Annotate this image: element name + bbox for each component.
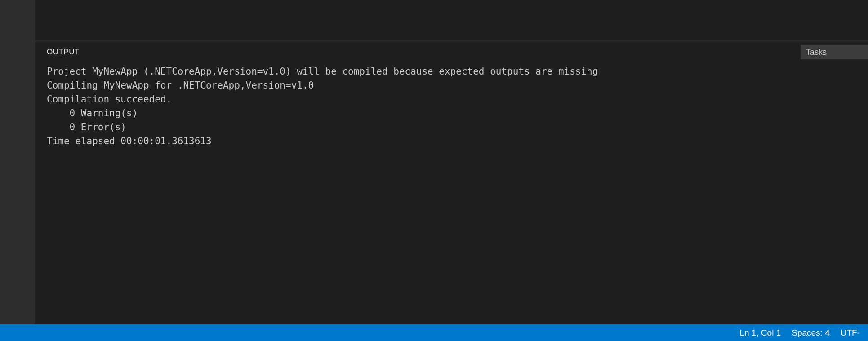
panel-header: OUTPUT Tasks xyxy=(35,41,868,63)
main-area: OUTPUT Tasks Project MyNewApp (.NETCoreA… xyxy=(35,0,868,341)
output-text: Project MyNewApp (.NETCoreApp,Version=v1… xyxy=(47,65,856,148)
panel-content[interactable]: Project MyNewApp (.NETCoreApp,Version=v1… xyxy=(35,63,868,341)
output-panel: OUTPUT Tasks Project MyNewApp (.NETCoreA… xyxy=(35,41,868,341)
status-encoding[interactable]: UTF- xyxy=(835,324,865,341)
app-root: OUTPUT Tasks Project MyNewApp (.NETCoreA… xyxy=(0,0,868,341)
status-bar: Ln 1, Col 1 Spaces: 4 UTF- xyxy=(0,324,868,341)
panel-tab-output[interactable]: OUTPUT xyxy=(47,44,80,60)
editor-area xyxy=(35,0,868,41)
output-channel-selector[interactable]: Tasks xyxy=(801,45,868,59)
status-indentation[interactable]: Spaces: 4 xyxy=(786,324,835,341)
activity-bar xyxy=(0,0,35,341)
status-cursor-position[interactable]: Ln 1, Col 1 xyxy=(734,324,786,341)
